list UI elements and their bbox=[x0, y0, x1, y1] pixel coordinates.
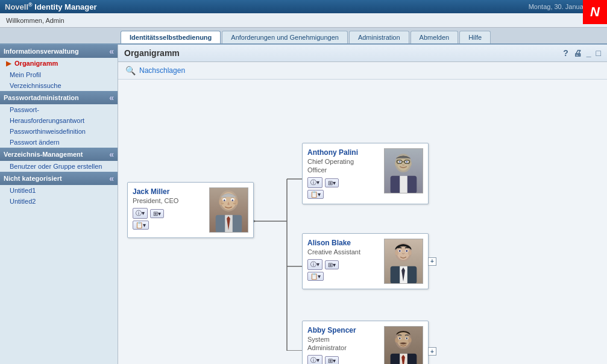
abby-expand-btn[interactable]: + bbox=[428, 347, 436, 356]
sidebar-item-passwort[interactable]: Passwort- bbox=[0, 104, 118, 115]
abby-name[interactable]: Abby Spencer bbox=[307, 326, 379, 334]
bullet-icon: ▶ bbox=[6, 60, 11, 67]
abby-tree-btn[interactable]: ⊞▾ bbox=[325, 356, 339, 365]
content-tools: ? 🖨 _ □ bbox=[563, 48, 601, 58]
sidebar-section-verzeichnis-label: Verzeichnis-Management bbox=[4, 151, 83, 158]
alison-action-row-2: 📋▾ bbox=[307, 272, 379, 281]
svg-point-12 bbox=[224, 199, 225, 201]
anthony-photo bbox=[384, 148, 423, 193]
svg-point-47 bbox=[399, 337, 401, 339]
anthony-info-btn[interactable]: ⓘ▾ bbox=[307, 177, 322, 188]
jack-tree-btn[interactable]: ⊞▾ bbox=[150, 209, 164, 218]
svg-point-37 bbox=[406, 250, 407, 252]
alison-doc-btn[interactable]: 📋▾ bbox=[307, 272, 324, 281]
tab-requests[interactable]: Anforderungen und Genehmigungen bbox=[222, 31, 348, 43]
print-icon[interactable]: 🖨 bbox=[573, 48, 582, 58]
tab-selfservice[interactable]: Identitätsselbstbedienung bbox=[121, 31, 221, 43]
jack-title: President, CEO bbox=[133, 197, 204, 204]
alison-info-btn[interactable]: ⓘ▾ bbox=[307, 259, 322, 270]
welcome-bar: Willkommen, Admin bbox=[0, 13, 607, 28]
abby-title: System bbox=[307, 336, 379, 343]
sidebar-item-herausforderung[interactable]: Herausforderungsantwort bbox=[0, 115, 118, 126]
jack-info: Jack Miller President, CEO ⓘ▾ ⊞▾ 📋▾ bbox=[133, 187, 204, 233]
help-icon[interactable]: ? bbox=[563, 48, 568, 58]
abby-card-inner: Abby Spencer System Administrator ⓘ▾ ⊞▾ … bbox=[307, 326, 423, 364]
jack-name[interactable]: Jack Miller bbox=[133, 187, 204, 196]
alison-photo bbox=[384, 239, 423, 284]
content-header: Organigramm ? 🖨 _ □ bbox=[118, 45, 607, 62]
app-logo: Novell® Identity Manager bbox=[5, 2, 97, 11]
sidebar-item-verzeichnissuche[interactable]: Verzeichnissuche bbox=[0, 80, 118, 91]
alison-name[interactable]: Alison Blake bbox=[307, 239, 379, 247]
sidebar-item-organigramm[interactable]: ▶ Organigramm bbox=[0, 58, 118, 69]
tab-administration[interactable]: Administration bbox=[349, 31, 409, 43]
collapse-icon-3: « bbox=[109, 149, 114, 159]
abby-actions: ⓘ▾ ⊞▾ 📋▾ bbox=[307, 355, 379, 364]
jack-info-btn[interactable]: ⓘ▾ bbox=[133, 208, 148, 219]
person-card-anthony: Anthony Palini Chief Operating Officer ⓘ… bbox=[302, 143, 429, 204]
svg-point-33 bbox=[408, 251, 412, 256]
svg-point-9 bbox=[234, 199, 238, 206]
sidebar-item-meinprofil[interactable]: Mein Profil bbox=[0, 69, 118, 80]
anthony-title2: Officer bbox=[307, 166, 379, 174]
app-header: Novell® Identity Manager Montag, 30. Jan… bbox=[0, 0, 607, 13]
sidebar-section-passwort[interactable]: Passwortadministration « bbox=[0, 91, 118, 104]
anthony-doc-btn[interactable]: 📋▾ bbox=[307, 190, 324, 199]
anthony-action-row-1: ⓘ▾ ⊞▾ bbox=[307, 177, 379, 188]
sidebar-section-verzeichnis[interactable]: Verzeichnis-Management « bbox=[0, 148, 118, 161]
person-card-abby: Abby Spencer System Administrator ⓘ▾ ⊞▾ … bbox=[302, 321, 429, 364]
sidebar-section-infomgmt[interactable]: Informationsverwaltung « bbox=[0, 45, 118, 58]
sidebar-item-untitled1[interactable]: Untitled1 bbox=[0, 185, 118, 196]
person-card-jack: Jack Miller President, CEO ⓘ▾ ⊞▾ 📋▾ bbox=[127, 182, 254, 238]
jack-photo bbox=[209, 187, 248, 233]
jack-doc-btn[interactable]: 📋▾ bbox=[133, 221, 149, 230]
svg-point-13 bbox=[231, 199, 233, 201]
welcome-text: Willkommen, Admin bbox=[6, 17, 64, 24]
sidebar-section-nichtkategorisiert[interactable]: Nicht kategorisiert « bbox=[0, 172, 118, 185]
abby-action-row-1: ⓘ▾ ⊞▾ bbox=[307, 355, 379, 364]
abby-info-btn[interactable]: ⓘ▾ bbox=[307, 355, 322, 364]
anthony-tree-btn[interactable]: ⊞▾ bbox=[325, 178, 339, 187]
abby-info: Abby Spencer System Administrator ⓘ▾ ⊞▾ … bbox=[307, 326, 379, 364]
sidebar: Informationsverwaltung « ▶ Organigramm M… bbox=[0, 45, 118, 364]
minimize-icon[interactable]: _ bbox=[587, 48, 591, 58]
sidebar-item-untitled2[interactable]: Untitled2 bbox=[0, 196, 118, 207]
sidebar-item-aendern[interactable]: Passwort ändern bbox=[0, 137, 118, 148]
alison-tree-btn[interactable]: ⊞▾ bbox=[325, 260, 339, 269]
alison-title: Creative Assistant bbox=[307, 248, 379, 256]
novell-text: Novell bbox=[5, 2, 28, 11]
sidebar-item-hinweis[interactable]: Passworthinweisdefinition bbox=[0, 126, 118, 137]
svg-point-24 bbox=[406, 161, 407, 163]
content-area: Organigramm ? 🖨 _ □ 🔍 Nachschlagen bbox=[118, 45, 607, 364]
anthony-name[interactable]: Anthony Palini bbox=[307, 148, 379, 157]
jack-action-row-1: ⓘ▾ ⊞▾ bbox=[133, 208, 204, 219]
tab-help[interactable]: Hilfe bbox=[459, 31, 491, 43]
sidebar-item-benutzer[interactable]: Benutzer oder Gruppe erstellen bbox=[0, 161, 118, 172]
alison-actions: ⓘ▾ ⊞▾ 📋▾ bbox=[307, 259, 379, 281]
jack-card-inner: Jack Miller President, CEO ⓘ▾ ⊞▾ 📋▾ bbox=[133, 187, 248, 233]
anthony-action-row-2: 📋▾ bbox=[307, 190, 379, 199]
collapse-icon-2: « bbox=[109, 93, 114, 102]
collapse-icon-4: « bbox=[109, 174, 114, 183]
sidebar-section-passwort-label: Passwortadministration bbox=[4, 94, 79, 101]
svg-rect-29 bbox=[400, 176, 407, 193]
jack-action-row-2: 📋▾ bbox=[133, 221, 204, 230]
abby-title2: Administrator bbox=[307, 344, 379, 351]
alison-expand-btn[interactable]: + bbox=[428, 257, 436, 266]
jack-actions: ⓘ▾ ⊞▾ 📋▾ bbox=[133, 208, 204, 230]
tab-logout[interactable]: Abmelden bbox=[410, 31, 459, 43]
search-bar: 🔍 Nachschlagen bbox=[118, 62, 607, 80]
novell-n-logo: N bbox=[583, 0, 607, 24]
svg-point-32 bbox=[395, 251, 398, 256]
orgchart-area: Jack Miller President, CEO ⓘ▾ ⊞▾ 📋▾ bbox=[118, 80, 607, 351]
search-link[interactable]: Nachschlagen bbox=[139, 66, 185, 75]
page-title: Organigramm bbox=[124, 48, 180, 58]
idm-text: Identity Manager bbox=[34, 2, 96, 11]
search-icon: 🔍 bbox=[125, 66, 136, 75]
abby-photo bbox=[384, 326, 423, 364]
anthony-info: Anthony Palini Chief Operating Officer ⓘ… bbox=[307, 148, 379, 199]
maximize-icon[interactable]: □ bbox=[596, 48, 601, 58]
anthony-card-inner: Anthony Palini Chief Operating Officer ⓘ… bbox=[307, 148, 423, 199]
svg-point-44 bbox=[408, 338, 412, 343]
organigramm-label: Organigramm bbox=[14, 60, 58, 67]
